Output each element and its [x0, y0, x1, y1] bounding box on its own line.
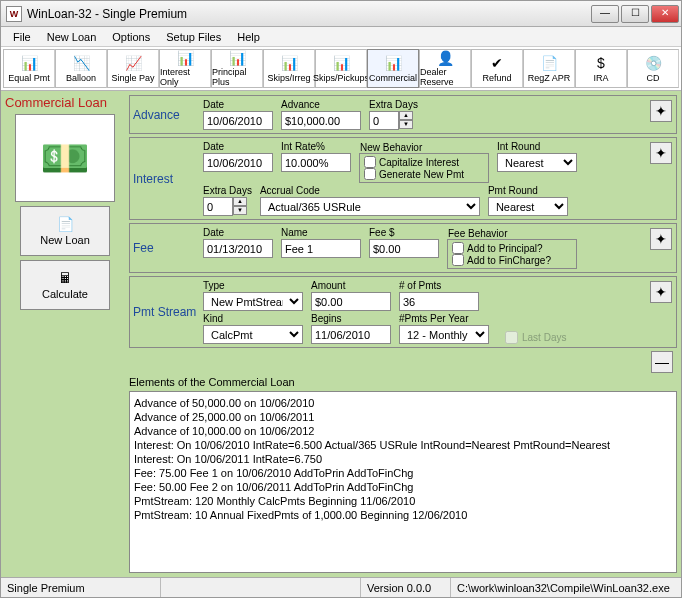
toolbar-skips-pickups[interactable]: 📊Skips/Pickups — [315, 49, 367, 88]
advance-date-label: Date — [203, 99, 273, 110]
toolbar-icon: 📊 — [21, 55, 38, 73]
toolbar-single-pay[interactable]: 📈Single Pay — [107, 49, 159, 88]
app-window: W WinLoan-32 - Single Premium — ☐ ✕ File… — [0, 0, 682, 598]
fee-add-button[interactable]: ✦ — [650, 228, 672, 250]
toolbar-skips-irreg[interactable]: 📊Skips/Irreg — [263, 49, 315, 88]
left-column: Commercial Loan 💵 📄 New Loan 🖩 Calculate — [5, 95, 125, 573]
add-to-principal-checkbox[interactable] — [452, 242, 464, 254]
toolbar-label: RegZ APR — [528, 73, 571, 83]
pmtstream-add-button[interactable]: ✦ — [650, 281, 672, 303]
list-item[interactable]: Interest: On 10/06/2010 IntRate=6.500 Ac… — [134, 438, 672, 452]
toolbar-refund[interactable]: ✔Refund — [471, 49, 523, 88]
num-pmts-label: # of Pmts — [399, 280, 479, 291]
window-title: WinLoan-32 - Single Premium — [27, 7, 591, 21]
advance-date-input[interactable] — [203, 111, 273, 130]
pmts-per-year-label: #Pmts Per Year — [399, 313, 489, 324]
toolbar-balloon[interactable]: 📉Balloon — [55, 49, 107, 88]
toolbar-icon: 📉 — [73, 55, 90, 73]
interest-date-input[interactable] — [203, 153, 273, 172]
list-item[interactable]: Advance of 25,000.00 on 10/06/2011 — [134, 410, 672, 424]
list-item[interactable]: Fee: 50.00 Fee 2 on 10/06/2011 AddToPrin… — [134, 480, 672, 494]
generate-new-pmt-checkbox[interactable] — [364, 168, 376, 180]
calculate-button[interactable]: 🖩 Calculate — [20, 260, 110, 310]
minimize-button[interactable]: — — [591, 5, 619, 23]
pmts-per-year-select[interactable]: 12 - Monthly — [399, 325, 489, 344]
interest-extradays-input[interactable] — [203, 197, 233, 216]
status-mode: Single Premium — [1, 578, 161, 597]
fee-name-label: Name — [281, 227, 361, 238]
maximize-button[interactable]: ☐ — [621, 5, 649, 23]
int-round-select[interactable]: Nearest — [497, 153, 577, 172]
toolbar-label: Single Pay — [111, 73, 154, 83]
toolbar-ira[interactable]: $IRA — [575, 49, 627, 88]
toolbar-label: CD — [647, 73, 660, 83]
num-pmts-input[interactable] — [399, 292, 479, 311]
pmt-type-label: Type — [203, 280, 303, 291]
toolbar-interest-only[interactable]: 📊Interest Only — [159, 49, 211, 88]
pmt-type-select[interactable]: New PmtStream — [203, 292, 303, 311]
elements-title: Elements of the Commercial Loan — [129, 376, 677, 388]
toolbar-icon: ✔ — [491, 55, 503, 73]
add-to-fincharge-label: Add to FinCharge? — [467, 255, 551, 266]
toolbar-cd[interactable]: 💿CD — [627, 49, 679, 88]
pmt-begins-label: Begins — [311, 313, 391, 324]
spin-up[interactable]: ▲ — [233, 197, 247, 206]
interest-rate-input[interactable] — [281, 153, 351, 172]
list-item[interactable]: Fee: 75.00 Fee 1 on 10/06/2010 AddToPrin… — [134, 466, 672, 480]
fee-name-input[interactable] — [281, 239, 361, 258]
capitalize-interest-checkbox[interactable] — [364, 156, 376, 168]
menu-help[interactable]: Help — [229, 29, 268, 45]
pmt-amount-input[interactable] — [311, 292, 391, 311]
spin-down[interactable]: ▼ — [399, 120, 413, 129]
menu-setup-files[interactable]: Setup Files — [158, 29, 229, 45]
menu-options[interactable]: Options — [104, 29, 158, 45]
fee-title: Fee — [133, 227, 201, 269]
pmt-begins-input[interactable] — [311, 325, 391, 344]
pmtstream-title: Pmt Stream — [133, 280, 201, 344]
elements-listbox[interactable]: Advance of 50,000.00 on 10/06/2010Advanc… — [129, 391, 677, 573]
toolbar-equal-pmt[interactable]: 📊Equal Pmt — [3, 49, 55, 88]
accrual-code-select[interactable]: Actual/365 USRule — [260, 197, 480, 216]
pmt-round-select[interactable]: Nearest — [488, 197, 568, 216]
menu-file[interactable]: File — [5, 29, 39, 45]
list-item[interactable]: PmtStream: 120 Monthly CalcPmts Beginnin… — [134, 494, 672, 508]
interest-add-button[interactable]: ✦ — [650, 142, 672, 164]
remove-element-button[interactable]: — — [651, 351, 673, 373]
spin-down[interactable]: ▼ — [233, 206, 247, 215]
list-item[interactable]: Interest: On 10/06/2011 IntRate=6.750 — [134, 452, 672, 466]
last-days-label: Last Days — [522, 332, 566, 343]
toolbar-label: Principal Plus — [212, 67, 262, 87]
titlebar: W WinLoan-32 - Single Premium — ☐ ✕ — [1, 1, 681, 27]
toolbar-label: Refund — [482, 73, 511, 83]
toolbar-icon: 📊 — [385, 55, 402, 73]
interest-date-label: Date — [203, 141, 273, 152]
list-item[interactable]: PmtStream: 10 Annual FixedPmts of 1,000.… — [134, 508, 672, 522]
close-button[interactable]: ✕ — [651, 5, 679, 23]
toolbar-icon: $ — [597, 55, 605, 73]
toolbar-icon: 👤 — [437, 50, 454, 67]
toolbar-dealer-reserve[interactable]: 👤Dealer Reserve — [419, 49, 471, 88]
advance-add-button[interactable]: ✦ — [650, 100, 672, 122]
spin-up[interactable]: ▲ — [399, 111, 413, 120]
toolbar-icon: 📄 — [541, 55, 558, 73]
status-spacer — [161, 578, 361, 597]
accrual-code-label: Accrual Code — [260, 185, 480, 196]
toolbar-commercial[interactable]: 📊Commercial — [367, 49, 419, 88]
list-item[interactable]: Advance of 50,000.00 on 10/06/2010 — [134, 396, 672, 410]
menubar: File New Loan Options Setup Files Help — [1, 27, 681, 47]
calculate-label: Calculate — [42, 288, 88, 300]
new-loan-button[interactable]: 📄 New Loan — [20, 206, 110, 256]
list-item[interactable]: Advance of 10,000.00 on 10/06/2012 — [134, 424, 672, 438]
advance-extradays-input[interactable] — [369, 111, 399, 130]
add-to-fincharge-checkbox[interactable] — [452, 254, 464, 266]
fee-amount-input[interactable] — [369, 239, 439, 258]
fee-date-input[interactable] — [203, 239, 273, 258]
toolbar-label: Equal Pmt — [8, 73, 50, 83]
advance-amount-input[interactable] — [281, 111, 361, 130]
menu-new-loan[interactable]: New Loan — [39, 29, 105, 45]
pmt-kind-select[interactable]: CalcPmt — [203, 325, 303, 344]
new-loan-icon: 📄 — [57, 216, 74, 232]
toolbar-principal-plus[interactable]: 📊Principal Plus — [211, 49, 263, 88]
toolbar-regz-apr[interactable]: 📄RegZ APR — [523, 49, 575, 88]
last-days-checkbox — [505, 331, 518, 344]
